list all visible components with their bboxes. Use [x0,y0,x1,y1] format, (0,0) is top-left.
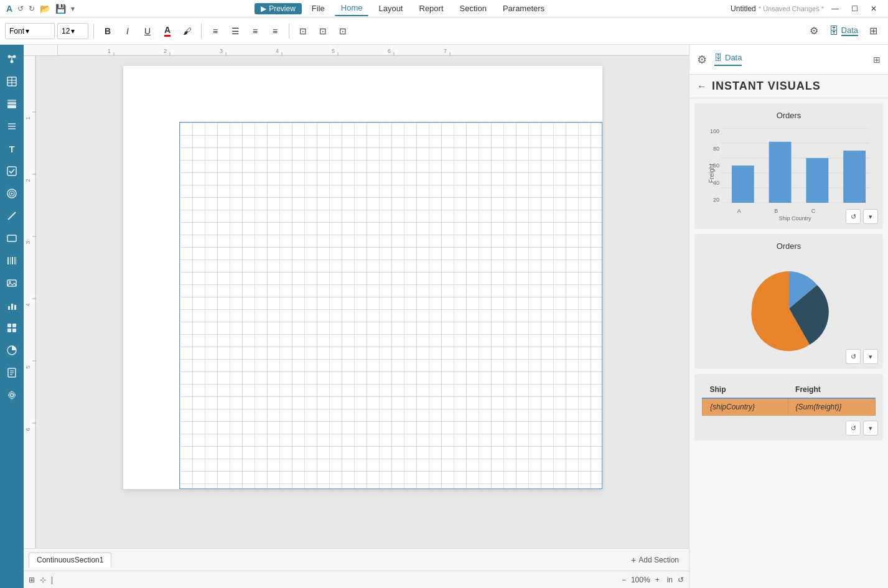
align-center-btn[interactable]: ☰ [227,22,244,40]
data-panel-tab[interactable]: 🗄 Data [714,53,742,66]
unit-label: in [667,576,673,584]
svg-rect-75 [732,166,754,203]
file-menu[interactable]: File [306,1,331,16]
svg-rect-77 [806,158,828,203]
layout-menu[interactable]: Layout [372,1,409,16]
undo-btn[interactable]: ↺ [17,4,24,13]
sidebar-doc-icon[interactable] [1,362,22,383]
table-refresh-btn[interactable]: ↺ [846,421,861,436]
align-right-btn[interactable]: ≡ [246,22,264,40]
font-family-dropdown[interactable]: Font ▾ [5,23,55,39]
minimize-btn[interactable]: — [826,4,844,13]
sidebar-checkbox-icon[interactable] [1,161,22,182]
close-btn[interactable]: ✕ [866,4,882,13]
data-label: Data [841,26,858,36]
indent-2-btn[interactable]: ⊡ [314,22,332,40]
sidebar-group-icon[interactable] [1,49,22,70]
indent-3-btn[interactable]: ⊡ [334,22,352,40]
svg-text:6: 6 [25,427,31,431]
italic-btn[interactable]: I [119,22,136,40]
indent-1-btn[interactable]: ⊡ [294,22,312,40]
cursor-icon[interactable]: ⊹ [40,576,46,584]
pie-chart-actions: ↺ ▾ [846,349,878,364]
gear-panel-icon[interactable]: ⚙ [697,53,707,67]
svg-text:4: 4 [25,303,31,306]
preview-btn[interactable]: ▶ Preview [255,3,302,14]
sidebar-text-icon[interactable]: T [1,138,22,159]
svg-rect-29 [11,304,13,310]
bold-btn[interactable]: B [99,22,116,40]
pie-chart-more-btn[interactable]: ▾ [863,349,878,364]
pie-svg [742,262,836,355]
svg-rect-11 [7,100,16,101]
svg-rect-15 [7,167,16,175]
expand-icon[interactable]: ⊞ [863,21,883,41]
font-color-btn[interactable]: A [159,22,176,40]
sidebar-image-icon[interactable] [1,273,22,294]
canvas-content[interactable] [36,56,689,548]
pie-chart-card[interactable]: Orders ↺ ▾ [694,234,883,369]
save-dropdown-btn[interactable]: ▾ [71,4,75,13]
sidebar-table-icon[interactable] [1,71,22,92]
grid-section[interactable] [179,122,602,489]
sidebar-list-icon[interactable] [1,116,22,137]
sidebar-layers-icon[interactable] [1,93,22,114]
save-btn[interactable]: 💾 [55,4,66,14]
font-size-dropdown[interactable]: 12 ▾ [57,23,88,39]
section-tab[interactable]: ContinuousSection1 [29,553,111,567]
zoom-minus-btn[interactable]: − [619,576,629,584]
zoom-value: 100% [631,576,650,584]
zoom-plus-btn[interactable]: + [653,576,662,584]
sidebar-target-icon[interactable] [1,183,22,204]
home-menu[interactable]: Home [335,1,369,16]
database-icon: 🗄 [829,26,839,37]
maximize-btn[interactable]: ☐ [846,4,863,13]
status-bar: ⊞ ⊹ | − 100% + in ↺ [24,571,689,588]
sidebar-barcode-icon[interactable] [1,250,22,271]
refresh-icon[interactable]: ↺ [678,576,684,584]
svg-rect-28 [8,306,10,310]
parameters-menu[interactable]: Parameters [497,1,551,16]
sidebar-chart-icon[interactable] [1,295,22,316]
pie-chart-refresh-btn[interactable]: ↺ [846,349,861,364]
plus-icon: + [631,555,636,565]
back-btn[interactable]: ← [697,81,707,92]
sidebar-grid2-icon[interactable] [1,317,22,338]
report-menu[interactable]: Report [413,1,450,16]
app-logo: A [6,4,12,14]
section-menu[interactable]: Section [454,1,493,16]
add-section-btn[interactable]: + Add Section [626,553,684,567]
table-view-icon[interactable]: ⊞ [29,576,35,584]
svg-text:3: 3 [220,48,223,54]
align-left-btn[interactable]: ≡ [207,22,224,40]
highlight-btn[interactable]: 🖌 [179,22,196,40]
divider-icon: | [51,576,53,584]
sidebar-line-icon[interactable] [1,205,22,226]
redo-btn[interactable]: ↻ [29,4,35,13]
sidebar-settings-icon[interactable] [1,385,22,406]
gear-icon[interactable]: ⚙ [804,21,824,41]
sidebar-pie-icon[interactable] [1,340,22,361]
sidebar-shape-icon[interactable] [1,228,22,249]
col-ship: Ship [703,381,788,398]
bar-chart-card[interactable]: Orders Freight [694,103,883,229]
font-family-chevron: ▾ [26,27,29,35]
vertical-ruler: 1 2 3 4 5 6 [24,56,36,548]
svg-text:3: 3 [25,241,31,244]
panel-expand-icon[interactable]: ⊞ [873,55,881,65]
right-panel-content[interactable]: Orders Freight [689,98,888,588]
canvas-area[interactable]: 1 2 3 4 5 6 7 [24,45,689,588]
align-justify-btn[interactable]: ≡ [266,22,284,40]
cell-sum-freight: {Sum(freight)} [788,398,875,416]
table-more-btn[interactable]: ▾ [863,421,878,436]
underline-btn[interactable]: U [139,22,156,40]
open-btn[interactable]: 📂 [40,4,50,14]
data-tab-btn[interactable]: 🗄 Data [829,26,858,37]
cell-ship-country: {shipCountry} [703,398,788,416]
bar-chart-refresh-btn[interactable]: ↺ [846,209,861,224]
page-canvas[interactable] [123,66,602,489]
svg-rect-24 [14,257,15,264]
unsaved-indicator: * Unsaved Changes * [759,5,824,12]
table-visual-card[interactable]: Ship Freight {shipCountry} {Sum(freight)… [694,374,883,441]
bar-chart-more-btn[interactable]: ▾ [863,209,878,224]
